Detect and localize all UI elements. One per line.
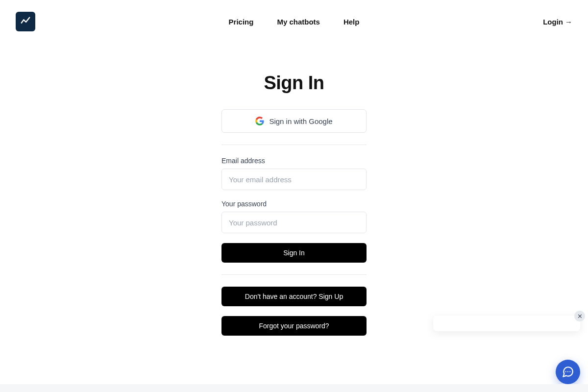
login-label: Login: [543, 18, 563, 26]
google-signin-button[interactable]: Sign in with Google: [221, 109, 367, 133]
logo-mark-icon: [20, 16, 31, 27]
signup-button[interactable]: Don't have an account? Sign Up: [221, 287, 367, 306]
email-field[interactable]: [221, 169, 367, 190]
signin-button[interactable]: Sign In: [221, 243, 367, 263]
divider: [221, 145, 367, 145]
divider: [221, 274, 367, 275]
top-nav: Pricing My chatbots Help: [229, 18, 360, 26]
email-label: Email address: [221, 157, 367, 165]
forgot-password-button[interactable]: Forgot your password?: [221, 316, 367, 336]
chat-icon: [562, 366, 574, 378]
nav-pricing[interactable]: Pricing: [229, 18, 254, 26]
nav-my-chatbots[interactable]: My chatbots: [277, 18, 320, 26]
chat-fab-button[interactable]: [556, 360, 580, 384]
logo[interactable]: [16, 12, 35, 31]
chat-teaser[interactable]: ✕: [433, 316, 580, 331]
arrow-right-icon: →: [565, 18, 572, 26]
nav-help[interactable]: Help: [343, 18, 360, 26]
password-field[interactable]: [221, 212, 367, 233]
page-title: Sign In: [264, 73, 324, 94]
login-link[interactable]: Login →: [543, 18, 572, 26]
password-label: Your password: [221, 200, 367, 208]
google-signin-label: Sign in with Google: [269, 117, 332, 125]
footer-strip: [0, 384, 588, 392]
google-icon: [255, 117, 264, 125]
close-icon[interactable]: ✕: [574, 311, 585, 321]
